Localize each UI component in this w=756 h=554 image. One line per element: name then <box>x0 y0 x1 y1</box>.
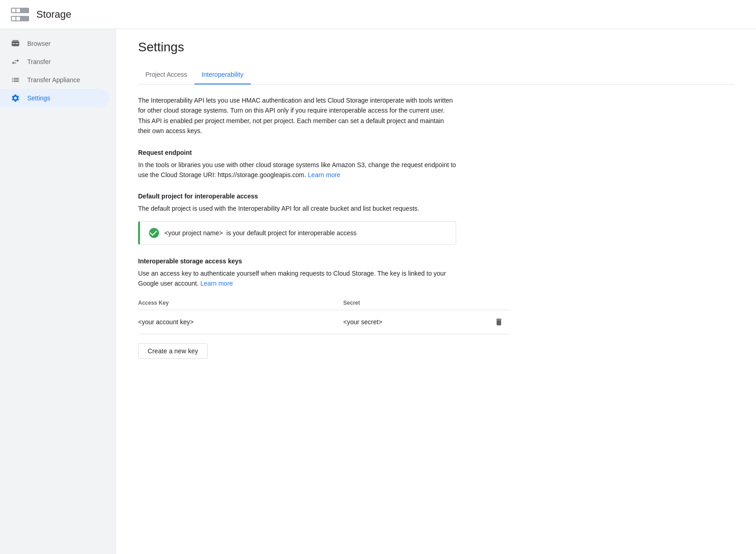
content-area: Settings Project Access Interoperability… <box>116 29 756 554</box>
table-row: <your account key> <your secret> <box>138 310 511 334</box>
access-keys-section: Interoperable storage access keys Use an… <box>138 257 511 359</box>
database-icon <box>11 39 20 48</box>
column-header-actions <box>492 296 511 310</box>
gear-icon <box>11 94 20 103</box>
access-keys-description-text: Use an access key to authenticate yourse… <box>138 270 446 287</box>
main-layout: Browser Transfer Transfer Appliance Sett… <box>0 29 756 554</box>
create-new-key-button[interactable]: Create a new key <box>138 343 208 359</box>
access-keys-description: Use an access key to authenticate yourse… <box>138 268 456 289</box>
column-header-access-key: Access Key <box>138 296 343 310</box>
default-project-title: Default project for interoperable access <box>138 193 734 200</box>
default-project-description: The default project is used with the Int… <box>138 203 456 213</box>
sidebar-item-transfer[interactable]: Transfer <box>0 53 109 71</box>
default-project-suffix: is your default project for interoperabl… <box>226 229 356 237</box>
sidebar-item-transfer-appliance-label: Transfer Appliance <box>27 76 80 84</box>
access-key-value: <your account key> <box>138 310 343 334</box>
secret-value: <your secret> <box>343 310 492 334</box>
access-keys-table: Access Key Secret <your account key> <yo… <box>138 296 511 334</box>
sidebar-item-browser[interactable]: Browser <box>0 35 109 53</box>
request-endpoint-learn-more[interactable]: Learn more <box>308 171 341 178</box>
tabs-container: Project Access Interoperability <box>138 65 734 84</box>
access-keys-table-header: Access Key Secret <box>138 296 511 310</box>
transfer-icon <box>11 57 20 66</box>
column-header-secret: Secret <box>343 296 492 310</box>
default-project-section: Default project for interoperable access… <box>138 193 734 244</box>
request-endpoint-section: Request endpoint In the tools or librari… <box>138 149 734 180</box>
svg-rect-5 <box>16 17 20 20</box>
default-project-name: <your project name> <box>164 229 223 237</box>
access-keys-learn-more[interactable]: Learn more <box>200 280 233 287</box>
svg-rect-2 <box>16 9 20 12</box>
svg-rect-4 <box>12 17 15 20</box>
delete-cell <box>492 310 511 334</box>
svg-rect-1 <box>12 9 15 12</box>
interoperability-description: The Interoperability API lets you use HM… <box>138 95 456 136</box>
sidebar: Browser Transfer Transfer Appliance Sett… <box>0 29 116 554</box>
table-header-row: Access Key Secret <box>138 296 511 310</box>
tab-interoperability[interactable]: Interoperability <box>194 65 251 84</box>
top-header: Storage <box>0 0 756 29</box>
page-title: Settings <box>138 40 734 54</box>
trash-icon <box>494 317 503 326</box>
default-project-box: <your project name> is your default proj… <box>138 221 456 245</box>
sidebar-item-settings[interactable]: Settings <box>0 89 109 107</box>
delete-key-button[interactable] <box>492 316 505 328</box>
storage-logo-icon <box>11 8 29 21</box>
sidebar-item-browser-label: Browser <box>27 40 50 47</box>
access-keys-title: Interoperable storage access keys <box>138 257 511 265</box>
request-endpoint-description: In the tools or libraries you use with o… <box>138 160 456 180</box>
request-endpoint-uri: https://storage.googleapis.com. <box>218 171 306 178</box>
sidebar-item-transfer-label: Transfer <box>27 58 51 65</box>
tab-project-access[interactable]: Project Access <box>138 65 194 84</box>
app-title: Storage <box>36 9 71 20</box>
default-project-text: <your project name> is your default proj… <box>164 229 357 237</box>
sidebar-item-transfer-appliance[interactable]: Transfer Appliance <box>0 71 109 89</box>
sidebar-item-settings-label: Settings <box>27 94 50 102</box>
check-circle-icon <box>149 228 159 238</box>
request-endpoint-title: Request endpoint <box>138 149 734 156</box>
list-icon <box>11 75 20 84</box>
access-keys-table-body: <your account key> <your secret> <box>138 310 511 334</box>
